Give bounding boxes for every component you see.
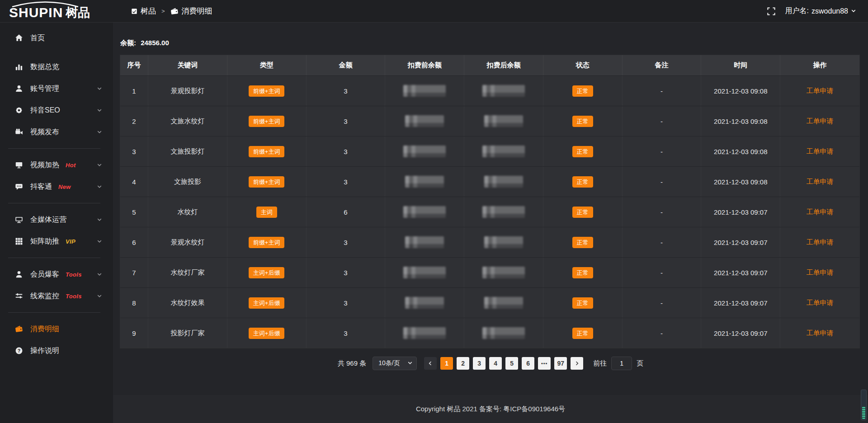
work-order-link[interactable]: 工单申请 [807, 268, 834, 277]
goto-unit: 页 [637, 359, 643, 368]
scrollbar-thumb[interactable] [862, 406, 865, 419]
redacted-balance-before [403, 206, 446, 218]
prev-page-button[interactable] [424, 357, 437, 370]
page-size-select[interactable]: 10条/页 [373, 357, 417, 370]
breadcrumb-root[interactable]: 树品 [131, 6, 156, 16]
sidebar-item-首页[interactable]: 首页 [0, 27, 113, 49]
time-cell: 2021-12-03 09:07 [701, 197, 780, 227]
balance-after-cell [464, 76, 543, 106]
heat-icon [14, 160, 24, 169]
column-header: 扣费前余额 [385, 55, 464, 75]
sidebar-item-视频发布[interactable]: 视频发布 [0, 121, 113, 143]
sidebar-item-全媒体运营[interactable]: 全媒体运营 [0, 209, 113, 230]
work-order-link[interactable]: 工单申请 [807, 178, 834, 186]
sidebar-item-抖客通[interactable]: 抖客通New [0, 176, 113, 197]
next-page-button[interactable] [571, 357, 583, 370]
row-index-cell: 1 [120, 76, 148, 106]
chevron-down-icon [97, 108, 102, 113]
sidebar-item-视频加热[interactable]: 视频加热Hot [0, 154, 113, 176]
keyword-cell: 投影灯厂家 [148, 318, 227, 348]
username: zswodun88 [811, 7, 848, 15]
column-header: 关键词 [148, 55, 227, 75]
work-order-link[interactable]: 工单申请 [807, 208, 834, 216]
keyword-cell: 景观投影灯 [148, 76, 227, 106]
redacted-balance-after [482, 85, 525, 97]
type-cell: 前缀+主词 [227, 227, 307, 257]
sidebar-item-线索监控[interactable]: 线索监控Tools [0, 285, 113, 307]
type-cell: 前缀+主词 [227, 76, 307, 106]
consumption-table: 序号关键词类型金额扣费前余额扣费后余额状态备注时间操作 1景观投影灯前缀+主词3… [120, 55, 860, 348]
sidebar-item-会员爆客[interactable]: 会员爆客Tools [0, 263, 113, 285]
time-cell: 2021-12-03 09:07 [701, 288, 780, 318]
user-menu[interactable]: 用户名: zswodun88 [785, 6, 856, 16]
page-button-5[interactable]: 5 [505, 357, 518, 370]
remark-cell: - [623, 167, 702, 197]
chevron-down-icon [97, 184, 102, 189]
status-badge: 正常 [572, 297, 593, 309]
status-cell: 正常 [543, 318, 623, 348]
column-header: 序号 [120, 55, 148, 75]
balance-before-cell [385, 227, 464, 257]
page-button-1[interactable]: 1 [440, 357, 453, 370]
page-button-3[interactable]: 3 [473, 357, 486, 370]
scrollbar[interactable] [861, 390, 867, 420]
sidebar-item-label: 抖音SEO [30, 106, 60, 115]
work-order-link[interactable]: 工单申请 [807, 329, 834, 338]
sidebar-item-操作说明[interactable]: ?操作说明 [0, 340, 113, 362]
remark-cell: - [623, 76, 702, 106]
work-order-link[interactable]: 工单申请 [807, 147, 834, 156]
column-header: 状态 [543, 55, 623, 75]
status-badge: 正常 [572, 328, 593, 339]
column-header: 类型 [227, 55, 307, 75]
status-cell: 正常 [543, 106, 623, 136]
keyword-cell: 文旅水纹灯 [148, 106, 227, 136]
page-button-2[interactable]: 2 [457, 357, 469, 370]
status-cell: 正常 [543, 227, 623, 257]
remark-cell: - [623, 318, 702, 348]
page-number-list: 123456•••97 [440, 357, 567, 370]
work-order-link[interactable]: 工单申请 [807, 117, 834, 126]
sidebar-item-label: 视频发布 [30, 127, 59, 137]
action-cell: 工单申请 [780, 318, 859, 348]
more-pages-button[interactable]: ••• [538, 357, 551, 370]
sidebar-item-矩阵助推[interactable]: 矩阵助推VIP [0, 230, 113, 252]
sidebar-divider [8, 312, 100, 313]
grid-icon [14, 237, 24, 246]
page-button-6[interactable]: 6 [522, 357, 534, 370]
redacted-balance-after [482, 206, 525, 218]
status-badge: 正常 [572, 116, 593, 127]
table-header-row: 序号关键词类型金额扣费前余额扣费后余额状态备注时间操作 [120, 55, 859, 75]
sidebar-item-账号管理[interactable]: 账号管理 [0, 78, 113, 99]
type-badge: 前缀+主词 [249, 176, 285, 188]
status-badge: 正常 [572, 207, 593, 218]
page-button-97[interactable]: 97 [554, 357, 567, 370]
action-cell: 工单申请 [780, 288, 859, 318]
redacted-balance-after [484, 115, 523, 127]
sidebar-divider [8, 148, 100, 149]
chat-icon [14, 182, 24, 191]
status-badge: 正常 [572, 176, 593, 188]
balance-after-cell [464, 136, 543, 166]
work-order-link[interactable]: 工单申请 [807, 299, 834, 307]
sidebar-item-抖音SEO[interactable]: 抖音SEO [0, 99, 113, 121]
topbar: SHUPIN 树品 树品 > 消费明细 用户名: zswodun88 [0, 0, 868, 23]
table-row: 6景观水纹灯前缀+主词3正常-2021-12-03 09:07工单申请 [120, 227, 859, 257]
sidebar-item-消费明细[interactable]: 消费明细 [0, 318, 113, 340]
goto-page-input[interactable] [611, 357, 632, 370]
chevron-down-icon [97, 86, 102, 91]
chevron-down-icon [97, 162, 102, 168]
time-cell: 2021-12-03 09:07 [701, 318, 780, 348]
fullscreen-icon[interactable] [767, 7, 775, 15]
redacted-balance-before [405, 236, 444, 248]
redacted-balance-after [482, 267, 525, 278]
breadcrumb-current-label: 消费明细 [182, 6, 212, 16]
time-cell: 2021-12-03 09:07 [701, 258, 780, 287]
page-button-4[interactable]: 4 [489, 357, 502, 370]
table-row: 5水纹灯主词6正常-2021-12-03 09:07工单申请 [120, 197, 859, 227]
redacted-balance-after [484, 176, 523, 188]
balance-before-cell [385, 288, 464, 318]
work-order-link[interactable]: 工单申请 [807, 238, 834, 247]
sidebar-item-数据总览[interactable]: 数据总览 [0, 56, 113, 78]
chevron-down-icon [97, 129, 102, 135]
work-order-link[interactable]: 工单申请 [807, 87, 834, 95]
